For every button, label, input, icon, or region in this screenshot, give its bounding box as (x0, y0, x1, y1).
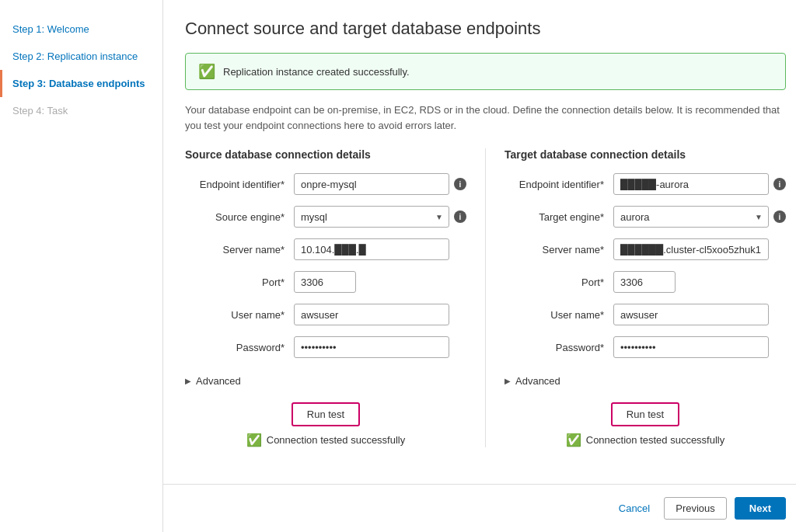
page-title: Connect source and target database endpo… (185, 19, 786, 39)
source-engine-select[interactable]: mysql (294, 206, 449, 228)
target-port-input[interactable] (613, 271, 676, 293)
source-port-input[interactable] (294, 271, 356, 293)
source-password-label: Password* (185, 342, 294, 353)
source-engine-select-wrap: mysql ▼ (294, 206, 449, 228)
source-column: Source database connection details Endpo… (185, 148, 486, 447)
source-server-name-label: Server name* (185, 244, 294, 256)
success-banner: ✅ Replication instance created successfu… (185, 53, 786, 90)
source-port-group: Port* (185, 271, 466, 293)
target-server-name-group: Server name* (504, 238, 786, 260)
target-engine-select[interactable]: aurora (613, 206, 769, 228)
main-area: Connect source and target database endpo… (163, 0, 796, 466)
target-connection-success: ✅ Connection tested successfully (566, 433, 724, 447)
source-section-title: Source database connection details (185, 148, 466, 161)
previous-button[interactable]: Previous (664, 497, 727, 520)
target-connection-check-icon: ✅ (566, 433, 581, 447)
success-icon: ✅ (198, 63, 215, 80)
source-endpoint-identifier-label: Endpoint identifier* (185, 179, 294, 190)
source-engine-wrap: mysql ▼ i (294, 206, 466, 228)
source-engine-group: Source engine* mysql ▼ i (185, 206, 466, 228)
target-endpoint-identifier-info-icon[interactable]: i (773, 178, 786, 190)
source-password-input[interactable] (294, 336, 449, 358)
source-connection-success: ✅ Connection tested successfully (246, 433, 405, 447)
source-port-label: Port* (185, 276, 294, 288)
cancel-button[interactable]: Cancel (613, 498, 656, 519)
target-endpoint-identifier-group: Endpoint identifier* i (504, 173, 786, 195)
target-port-group: Port* (504, 271, 786, 293)
target-engine-wrap: aurora ▼ i (613, 206, 786, 228)
source-endpoint-identifier-wrap: i (294, 173, 466, 195)
description-text: Your database endpoint can be on-premise… (185, 103, 786, 133)
target-run-test-wrap: Run test ✅ Connection tested successfull… (504, 402, 786, 447)
source-engine-info-icon[interactable]: i (454, 210, 466, 223)
target-engine-select-wrap: aurora ▼ (613, 206, 769, 228)
source-password-group: Password* (185, 336, 466, 358)
source-server-name-wrap (294, 238, 449, 260)
target-column: Target database connection details Endpo… (486, 148, 786, 447)
target-password-group: Password* (504, 336, 786, 358)
source-run-test-wrap: Run test ✅ Connection tested successfull… (185, 402, 466, 447)
target-connection-success-text: Connection tested successfully (586, 434, 724, 446)
page-wrap: Connect source and target database endpo… (163, 0, 796, 532)
target-section-title: Target database connection details (504, 148, 786, 161)
source-engine-label: Source engine* (185, 211, 294, 223)
target-advanced-arrow-icon: ▶ (504, 377, 511, 385)
source-connection-check-icon: ✅ (246, 433, 262, 447)
form-columns: Source database connection details Endpo… (185, 148, 786, 447)
sidebar-item-step1[interactable]: Step 1: Welcome (0, 16, 162, 43)
sidebar-item-step2[interactable]: Step 2: Replication instance (0, 43, 162, 70)
target-engine-info-icon[interactable]: i (773, 210, 786, 223)
source-password-wrap (294, 336, 449, 358)
target-server-name-input[interactable] (613, 238, 769, 260)
next-button[interactable]: Next (735, 497, 786, 520)
sidebar-item-step3[interactable]: Step 3: Database endpoints (0, 70, 162, 97)
target-port-label: Port* (504, 276, 613, 288)
source-endpoint-identifier-info-icon[interactable]: i (454, 178, 466, 190)
target-endpoint-identifier-label: Endpoint identifier* (504, 179, 613, 190)
target-username-input[interactable] (613, 304, 769, 325)
target-endpoint-identifier-wrap: i (613, 173, 786, 195)
target-advanced-section[interactable]: ▶ Advanced (504, 369, 786, 393)
source-advanced-label: Advanced (196, 375, 241, 387)
target-username-group: User name* (504, 304, 786, 325)
source-endpoint-identifier-input[interactable] (294, 173, 449, 195)
target-server-name-wrap (613, 238, 769, 260)
target-username-label: User name* (504, 309, 613, 321)
sidebar-item-step4: Step 4: Task (0, 97, 162, 124)
target-password-label: Password* (504, 342, 613, 353)
target-password-wrap (613, 336, 769, 358)
target-engine-group: Target engine* aurora ▼ i (504, 206, 786, 228)
source-advanced-section[interactable]: ▶ Advanced (185, 369, 466, 393)
source-endpoint-identifier-group: Endpoint identifier* i (185, 173, 466, 195)
source-server-name-input[interactable] (294, 238, 449, 260)
source-server-name-group: Server name* (185, 238, 466, 260)
sidebar: Step 1: Welcome Step 2: Replication inst… (0, 0, 163, 532)
source-advanced-arrow-icon: ▶ (185, 377, 191, 385)
target-server-name-label: Server name* (504, 244, 613, 256)
source-username-input[interactable] (294, 304, 449, 325)
banner-text: Replication instance created successfull… (223, 66, 410, 78)
target-engine-label: Target engine* (504, 211, 613, 223)
target-username-wrap (613, 304, 769, 325)
source-username-wrap (294, 304, 449, 325)
target-endpoint-identifier-input[interactable] (613, 173, 769, 195)
source-username-label: User name* (185, 309, 294, 321)
target-port-wrap (613, 271, 676, 293)
main-content: Connect source and target database endpo… (163, 0, 796, 484)
source-connection-success-text: Connection tested successfully (267, 434, 405, 446)
source-run-test-button[interactable]: Run test (292, 402, 360, 426)
footer: Cancel Previous Next (163, 484, 796, 532)
source-port-wrap (294, 271, 356, 293)
target-run-test-button[interactable]: Run test (611, 402, 679, 426)
target-advanced-label: Advanced (515, 375, 560, 387)
source-username-group: User name* (185, 304, 466, 325)
target-password-input[interactable] (613, 336, 769, 358)
